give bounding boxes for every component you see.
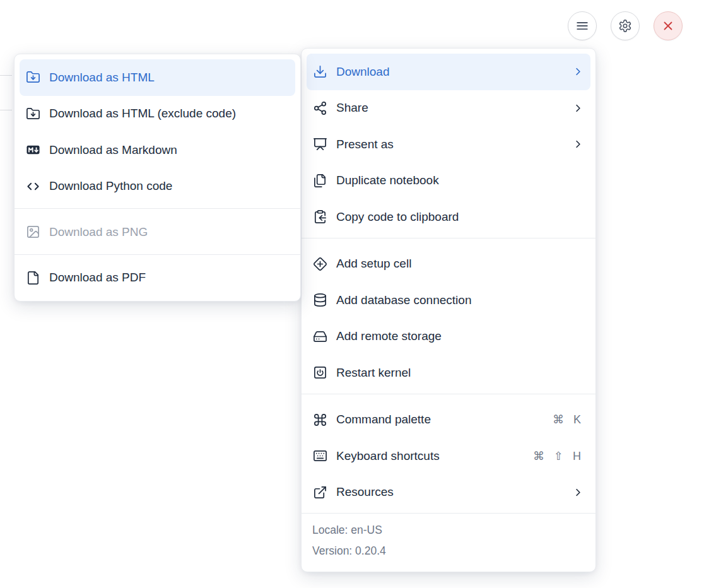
submenu-item-download-as-html[interactable]: Download as HTML: [20, 59, 295, 96]
settings-button[interactable]: [611, 11, 640, 40]
menu-item-label: Download as HTML (exclude code): [49, 107, 236, 121]
menu-item-label: Restart kernel: [336, 366, 411, 380]
menu-item-keyboard-shortcuts[interactable]: Keyboard shortcuts ⌘ ⇧ H: [307, 438, 590, 474]
keyboard-shortcut-hint: ⌘ ⇧ H: [533, 449, 584, 463]
close-button[interactable]: [654, 11, 683, 40]
menu-item-share[interactable]: Share: [307, 90, 590, 127]
presentation-icon: [313, 137, 327, 151]
square-power-icon: [313, 365, 327, 380]
menu-footer: Locale: en-US Version: 0.20.4: [302, 513, 595, 567]
submenu-item-download-as-html-exclude-code[interactable]: Download as HTML (exclude code): [20, 96, 295, 132]
menu-button[interactable]: [568, 11, 597, 40]
menu-item-add-remote-storage[interactable]: Add remote storage: [307, 319, 590, 355]
menu-item-label: Add remote storage: [336, 329, 442, 343]
menu-item-restart-kernel[interactable]: Restart kernel: [307, 355, 590, 391]
menu-item-label: Keyboard shortcuts: [336, 449, 440, 463]
menu-separator: [15, 254, 300, 255]
submenu-item-download-as-png[interactable]: Download as PNG: [20, 214, 295, 250]
command-icon: [313, 413, 327, 427]
folder-down-icon: [26, 107, 40, 121]
background-cell-border: [0, 75, 12, 76]
menu-item-label: Duplicate notebook: [336, 173, 439, 187]
keyboard-icon: [313, 449, 327, 463]
file-icon: [26, 271, 40, 285]
menu-item-label: Download as PNG: [49, 225, 148, 239]
background-cell-border: [0, 110, 12, 110]
menu-item-download[interactable]: Download: [307, 54, 590, 90]
menu-item-label: Download as Markdown: [49, 143, 177, 157]
folder-down-icon: [26, 70, 40, 85]
keyboard-shortcut-hint: ⌘ K: [553, 413, 584, 426]
notebook-action-buttons: [568, 11, 683, 40]
menu-item-label: Download Python code: [49, 179, 172, 193]
files-icon: [313, 173, 327, 188]
locale-text: Locale: en-US: [312, 520, 585, 541]
gear-icon: [618, 19, 632, 33]
menu-item-label: Download as HTML: [49, 71, 155, 85]
close-icon: [661, 19, 675, 33]
markdown-icon: [26, 143, 40, 157]
menu-separator: [15, 208, 300, 209]
chevron-right-icon: [572, 102, 584, 114]
menu-item-label: Download: [336, 65, 390, 79]
download-icon: [313, 64, 327, 79]
menu-item-command-palette[interactable]: Command palette ⌘ K: [307, 402, 590, 438]
database-icon: [313, 293, 327, 307]
chevron-right-icon: [572, 138, 584, 150]
menu-item-label: Share: [336, 101, 368, 115]
submenu-item-download-python-code[interactable]: Download Python code: [20, 168, 295, 205]
menu-item-duplicate-notebook[interactable]: Duplicate notebook: [307, 163, 590, 199]
submenu-item-download-as-markdown[interactable]: Download as Markdown: [20, 132, 295, 168]
menu-item-present-as[interactable]: Present as: [307, 126, 590, 163]
chevron-right-icon: [572, 486, 584, 498]
image-icon: [26, 225, 40, 239]
menu-separator: [302, 394, 595, 394]
menu-item-label: Present as: [336, 138, 394, 151]
menu-item-label: Add database connection: [336, 293, 471, 307]
menu-item-label: Copy code to clipboard: [336, 210, 459, 224]
menu-item-add-setup-cell[interactable]: Add setup cell: [307, 246, 590, 283]
hard-drive-icon: [313, 329, 327, 344]
menu-separator: [302, 238, 595, 238]
menu-item-label: Resources: [336, 485, 394, 499]
menu-item-label: Download as PDF: [49, 271, 146, 285]
clipboard-copy-icon: [313, 209, 327, 224]
external-link-icon: [313, 485, 327, 500]
notebook-menu: Download Share Present as Duplicate note…: [301, 48, 596, 572]
menu-item-copy-code[interactable]: Copy code to clipboard: [307, 199, 590, 235]
version-text: Version: 0.20.4: [312, 541, 585, 562]
diamond-plus-icon: [313, 257, 327, 271]
chevron-right-icon: [572, 66, 584, 78]
menu-item-add-database-connection[interactable]: Add database connection: [307, 282, 590, 319]
code-icon: [26, 179, 40, 194]
submenu-item-download-as-pdf[interactable]: Download as PDF: [20, 260, 295, 297]
menu-item-resources[interactable]: Resources: [307, 474, 590, 511]
hamburger-icon: [575, 19, 589, 33]
download-submenu: Download as HTML Download as HTML (exclu…: [14, 54, 301, 302]
menu-item-label: Command palette: [336, 413, 431, 426]
share-icon: [313, 101, 327, 115]
menu-item-label: Add setup cell: [336, 257, 411, 271]
